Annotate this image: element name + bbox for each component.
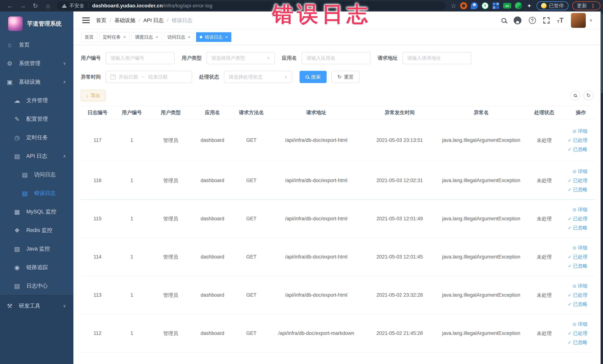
- ignored-link[interactable]: ✓已忽略: [568, 146, 587, 153]
- update-badge[interactable]: 更新 ⋮: [572, 1, 600, 10]
- extension-green-icon[interactable]: Y: [482, 2, 489, 9]
- detail-link[interactable]: ⊙详细: [573, 245, 587, 251]
- tab-job[interactable]: 定时任务 ×: [99, 32, 129, 42]
- tab-access-log[interactable]: 访问日志 ×: [164, 32, 194, 42]
- sidebar-item-infra[interactable]: ▣ 基础设施 ∧: [0, 73, 73, 91]
- sidebar-item-config[interactable]: ✎ 配置管理: [0, 110, 73, 128]
- breadcrumb-item-2[interactable]: API 日志: [143, 17, 164, 24]
- ignored-link[interactable]: ✓已忽略: [568, 186, 587, 193]
- tab-error-log[interactable]: 错误日志 ×: [196, 32, 231, 42]
- browser-reload-icon[interactable]: ↻: [30, 2, 41, 10]
- sidebar-item-file[interactable]: ☁ 文件管理: [0, 91, 73, 110]
- sidebar-item-trace[interactable]: ◉ 链路追踪: [0, 258, 73, 277]
- handled-link[interactable]: ✓已处理: [568, 215, 587, 222]
- handled-link[interactable]: ✓已处理: [568, 254, 587, 260]
- refresh-icon: ↻: [586, 93, 591, 98]
- search-icon[interactable]: [501, 18, 506, 23]
- tab-home[interactable]: 首页: [81, 32, 97, 42]
- browser-back-icon[interactable]: ←: [5, 2, 16, 10]
- breadcrumb-item-1[interactable]: 基础设施: [115, 17, 135, 24]
- check-icon: ✓: [568, 331, 571, 336]
- column-header-8: 处理状态: [526, 106, 563, 119]
- search-button[interactable]: 搜索: [300, 71, 327, 83]
- toggle-search-button[interactable]: [570, 91, 580, 101]
- check-icon: ✓: [568, 293, 571, 298]
- app-name-input[interactable]: 请输入应用名: [302, 52, 371, 64]
- sidebar-item-api-log[interactable]: ▤ API 日志 ∧: [0, 147, 73, 165]
- detail-link[interactable]: ⊙详细: [573, 206, 587, 213]
- detail-link[interactable]: ⊙详细: [573, 168, 587, 175]
- avatar-caret-icon[interactable]: ▾: [590, 18, 592, 23]
- export-button[interactable]: ↓ 导出: [81, 90, 105, 101]
- ignored-link[interactable]: ✓已忽略: [568, 263, 587, 269]
- cell-method: GET: [233, 314, 270, 352]
- close-icon[interactable]: ×: [225, 35, 228, 39]
- ignored-link[interactable]: ✓已忽略: [568, 339, 587, 346]
- extension-grid-icon[interactable]: [492, 2, 499, 9]
- sidebar-item-system[interactable]: ⚙ 系统管理 ∨: [0, 54, 73, 73]
- sidebar-item-home[interactable]: ⌂ 首页: [0, 35, 73, 54]
- user-id-input[interactable]: 请输入用户编号: [106, 52, 175, 64]
- cell-time: 2021-05-03 12:02:31: [363, 162, 437, 200]
- browser-forward-icon[interactable]: →: [17, 2, 28, 10]
- extension-drop-icon[interactable]: [471, 2, 478, 9]
- paused-badge[interactable]: 已暂停: [536, 1, 568, 10]
- column-header-3: 应用名: [192, 106, 233, 119]
- extension-orange-icon[interactable]: [460, 2, 467, 9]
- ignored-link[interactable]: ✓已忽略: [568, 301, 587, 307]
- breadcrumb-item-0[interactable]: 首页: [96, 17, 106, 24]
- column-header-0: 日志编号: [81, 106, 114, 119]
- close-icon[interactable]: ×: [123, 35, 126, 39]
- tab-job-log[interactable]: 调度日志 ×: [132, 32, 162, 42]
- reset-button[interactable]: ↻ 重置: [331, 71, 359, 83]
- close-icon[interactable]: ×: [188, 35, 190, 39]
- cell-time: 2021-05-02 23:32:28: [363, 276, 437, 314]
- log-icon: ▤: [13, 153, 21, 160]
- handle-status-select[interactable]: 请选择处理状态 ∨: [224, 71, 292, 83]
- handled-link[interactable]: ✓已处理: [568, 292, 587, 298]
- chevron-up-icon: ∧: [63, 154, 66, 159]
- sidebar-item-job[interactable]: ◷ 定时任务: [0, 128, 73, 147]
- sidebar-item-mysql[interactable]: ▦ MySQL 监控: [0, 202, 73, 221]
- request-url-label: 请求地址: [378, 55, 398, 61]
- user-type-select[interactable]: 请选择用户类型 ∨: [207, 52, 275, 64]
- request-url-input[interactable]: 请输入请求地址: [402, 52, 471, 64]
- browser-home-icon[interactable]: ⌂: [43, 2, 53, 10]
- detail-link[interactable]: ⊙详细: [573, 128, 587, 134]
- check-icon: ✓: [568, 263, 571, 269]
- active-dot-icon: [200, 36, 202, 38]
- sidebar-item-redis[interactable]: ❖ Redis 监控: [0, 221, 73, 240]
- eye-icon: ⊙: [573, 245, 576, 250]
- sidebar-item-java[interactable]: ▧ Java 监控: [0, 240, 73, 258]
- handled-link[interactable]: ✓已处理: [568, 137, 587, 143]
- column-header-4: 请求方法名: [233, 106, 270, 119]
- extensions-pin-icon[interactable]: ✦: [526, 2, 533, 9]
- sidebar-item-access-log[interactable]: ▤ 访问日志: [0, 165, 73, 184]
- sidebar-item-dev-tools[interactable]: ⚒ 研发工具 ∨: [0, 297, 73, 315]
- handled-link[interactable]: ✓已处理: [568, 177, 587, 184]
- exception-time-label: 异常时间: [81, 74, 101, 80]
- refresh-table-button[interactable]: ↻: [583, 91, 593, 101]
- page-scrollbar[interactable]: [601, 12, 603, 364]
- browser-menu-icon[interactable]: ⋮: [590, 3, 596, 9]
- detail-link[interactable]: ⊙详细: [573, 283, 587, 289]
- sidebar-item-log-center[interactable]: ▤ 日志中心: [0, 277, 73, 295]
- help-icon[interactable]: [529, 17, 536, 24]
- bookmark-star-icon[interactable]: ☆: [451, 2, 456, 10]
- detail-link[interactable]: ⊙详细: [573, 321, 587, 328]
- hamburger-icon[interactable]: [82, 17, 90, 23]
- text-size-icon[interactable]: [557, 17, 564, 24]
- close-icon[interactable]: ×: [156, 35, 158, 39]
- extension-switch-on-icon[interactable]: on: [503, 3, 511, 9]
- app-logo[interactable]: 芋道管理系统: [0, 12, 73, 33]
- ignored-link[interactable]: ✓已忽略: [568, 224, 587, 231]
- github-icon[interactable]: [514, 16, 522, 24]
- address-bar[interactable]: 不安全 dashboard.yudao.iocoder.cn /infra/lo…: [57, 1, 446, 10]
- extension-leaf-icon[interactable]: [515, 2, 522, 9]
- handle-status-label: 处理状态: [199, 74, 219, 80]
- handled-link[interactable]: ✓已处理: [568, 330, 587, 337]
- fullscreen-icon[interactable]: [543, 17, 550, 23]
- avatar[interactable]: [571, 13, 586, 28]
- exception-time-range-input[interactable]: 开始日期 ~ 结束日期: [106, 71, 192, 83]
- sidebar-item-error-log[interactable]: ▤ 错误日志: [0, 184, 73, 202]
